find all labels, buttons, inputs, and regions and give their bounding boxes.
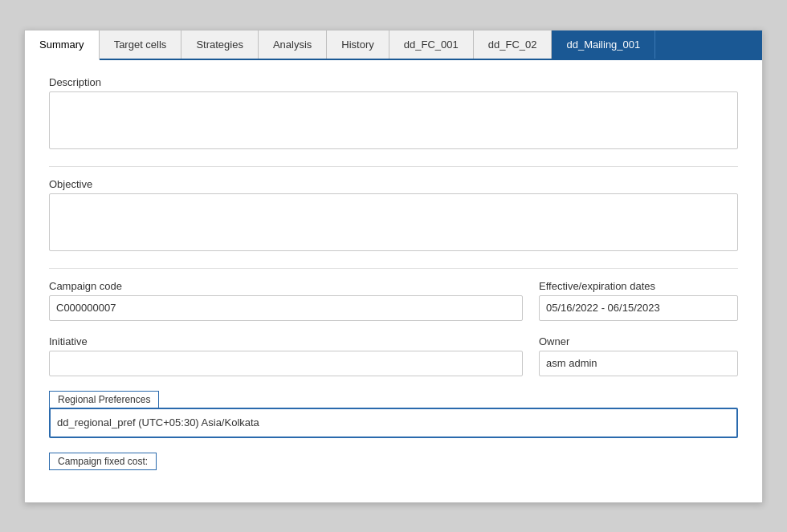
regional-input[interactable] xyxy=(51,409,736,437)
owner-input[interactable] xyxy=(539,351,738,376)
campaign-code-input[interactable] xyxy=(49,295,523,321)
owner-group: Owner xyxy=(539,335,738,376)
owner-label: Owner xyxy=(539,335,738,347)
campaign-code-label: Campaign code xyxy=(49,280,523,292)
objective-group: Objective xyxy=(49,178,738,254)
tab-summary[interactable]: Summary xyxy=(25,30,100,60)
divider-2 xyxy=(49,268,738,269)
description-textarea[interactable] xyxy=(49,91,738,149)
tab-dd-fc-001[interactable]: dd_FC_001 xyxy=(389,30,474,59)
effective-dates-group: Effective/expiration dates xyxy=(539,280,738,321)
content-area: Description Objective Campaign code Effe… xyxy=(25,60,762,494)
initiative-label: Initiative xyxy=(49,335,523,347)
tab-dd-fc-02[interactable]: dd_FC_02 xyxy=(474,30,553,59)
effective-dates-input[interactable] xyxy=(539,295,738,321)
description-label: Description xyxy=(49,76,738,88)
tab-bar: Summary Target cells Strategies Analysis… xyxy=(25,30,762,60)
tab-strategies[interactable]: Strategies xyxy=(181,30,259,59)
regional-preferences-group: Regional Preferences xyxy=(49,391,738,438)
campaign-code-group: Campaign code xyxy=(49,280,523,321)
objective-textarea[interactable] xyxy=(49,193,738,251)
regional-preferences-label: Regional Preferences xyxy=(49,391,159,408)
tab-analysis[interactable]: Analysis xyxy=(259,30,327,59)
divider-1 xyxy=(49,166,738,167)
main-window: Summary Target cells Strategies Analysis… xyxy=(24,30,763,503)
regional-input-wrapper xyxy=(49,408,738,438)
initiative-input[interactable] xyxy=(49,351,523,376)
tab-target-cells[interactable]: Target cells xyxy=(100,30,182,59)
campaign-fixed-cost-label: Campaign fixed cost: xyxy=(49,453,157,470)
campaign-code-row: Campaign code Effective/expiration dates xyxy=(49,280,738,321)
initiative-row: Initiative Owner xyxy=(49,335,738,376)
initiative-group: Initiative xyxy=(49,335,523,376)
description-group: Description xyxy=(49,76,738,152)
objective-label: Objective xyxy=(49,178,738,190)
tab-history[interactable]: History xyxy=(327,30,389,59)
tab-dd-mailing-001[interactable]: dd_Mailing_001 xyxy=(552,30,655,59)
effective-dates-label: Effective/expiration dates xyxy=(539,280,738,292)
